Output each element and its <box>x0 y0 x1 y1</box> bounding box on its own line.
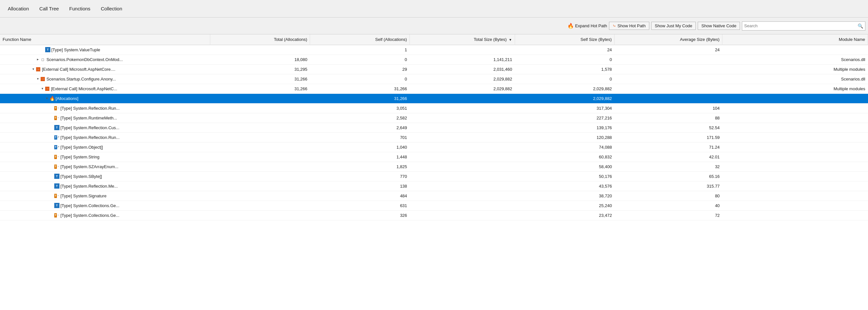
search-input[interactable] <box>742 22 856 30</box>
col-header-fn[interactable]: Function Name <box>0 34 210 45</box>
col-header-module[interactable]: Module Name <box>722 34 868 45</box>
table-row[interactable]: T→ [Type] System.SZArrayEnum... 1,82558,… <box>0 162 868 171</box>
module-cell: Scenarios.dll <box>722 74 868 84</box>
col-header-total-alloc[interactable]: Total (Allocations) <box>210 34 310 45</box>
show-native-code-button[interactable]: Show Native Code <box>698 22 740 30</box>
self-size-cell: 25,240 <box>515 201 615 210</box>
expand-hot-path-label: Expand Hot Path <box>575 23 607 28</box>
search-icon[interactable]: 🔍 <box>856 23 865 29</box>
total-alloc-cell <box>210 123 310 132</box>
toolbar: 🔥 Expand Hot Path ⤷ Show Hot Path Show J… <box>0 18 868 34</box>
total-size-cell <box>410 171 515 181</box>
total-alloc-cell <box>210 162 310 171</box>
table-row[interactable]: ▼ → [External Call] Microsoft.AspNetCore… <box>0 64 868 74</box>
collapse-icon[interactable]: ▼ <box>36 77 39 80</box>
module-cell <box>722 171 868 181</box>
tab-allocation[interactable]: Allocation <box>3 4 34 13</box>
table-row[interactable]: T→ [Type] System.Reflection.Run... 3,051… <box>0 103 868 113</box>
table-row[interactable]: T [Type] System.Reflection.Cus... 2,6491… <box>0 123 868 132</box>
self-size-cell: 227,216 <box>515 113 615 123</box>
self-size-cell: 23,472 <box>515 210 615 220</box>
tab-collection[interactable]: Collection <box>96 4 127 13</box>
data-table: Function Name Total (Allocations) Self (… <box>0 34 868 220</box>
self-alloc-cell: 31,266 <box>310 94 410 103</box>
table-row[interactable]: T→ [Type] System.Collections.Ge... 32623… <box>0 210 868 220</box>
avg-size-cell <box>615 74 722 84</box>
total-size-cell <box>410 103 515 113</box>
total-alloc-cell <box>210 201 310 210</box>
table-row[interactable]: T [Type] System.Collections.Ge... 63125,… <box>0 201 868 210</box>
collapse-icon[interactable]: ▼ <box>32 68 35 71</box>
self-size-cell: 139,176 <box>515 123 615 132</box>
external-icon: → <box>45 86 50 91</box>
self-alloc-cell: 1,825 <box>310 162 410 171</box>
flame-icon: 🔥 <box>567 23 574 29</box>
table-row[interactable]: ▼ → Scenarios.Startup.Configure.Anony...… <box>0 74 868 84</box>
search-box[interactable]: 🔍 <box>742 22 865 31</box>
module-cell <box>722 162 868 171</box>
function-name: [Type] System.Reflection.Run... <box>60 135 120 140</box>
total-size-cell: 2,031,460 <box>410 64 515 74</box>
self-alloc-cell: 0 <box>310 74 410 84</box>
col-header-self-alloc[interactable]: Self (Allocations) <box>310 34 410 45</box>
expand-icon[interactable]: ► <box>36 58 39 61</box>
module-cell <box>722 152 868 162</box>
table-row[interactable]: T [Type] System.Reflection.Me... 13843,5… <box>0 181 868 191</box>
function-name: [Type] System.Reflection.Cus... <box>60 125 119 130</box>
type-orange-icon: T→ <box>54 105 59 111</box>
type-orange-icon: T→ <box>54 213 59 218</box>
total-size-cell <box>410 162 515 171</box>
hot-path-arrow-icon: ⤷ <box>613 23 616 28</box>
table-row[interactable]: T→ [Type] System.String 1,44860,83242.01 <box>0 152 868 162</box>
show-native-code-label: Show Native Code <box>701 23 736 28</box>
show-just-my-code-label: Show Just My Code <box>655 23 692 28</box>
module-cell: Multiple modules <box>722 84 868 94</box>
table-row[interactable]: T↗ [Type] System.Object[] 1,04074,08871.… <box>0 142 868 152</box>
show-just-my-code-button[interactable]: Show Just My Code <box>651 22 696 30</box>
total-size-cell <box>410 94 515 103</box>
type-icon: T <box>54 125 59 130</box>
type-orange-icon: T→ <box>54 115 59 120</box>
external-icon: → <box>40 76 45 81</box>
module-cell <box>722 210 868 220</box>
self-alloc-cell: 326 <box>310 210 410 220</box>
type-orange-icon: T→ <box>54 164 59 169</box>
table-header-row: Function Name Total (Allocations) Self (… <box>0 34 868 45</box>
col-header-avg-size[interactable]: Average Size (Bytes) <box>615 34 722 45</box>
function-name: [External Call] Microsoft.AspNetC... <box>51 87 117 91</box>
self-alloc-cell: 2,582 <box>310 113 410 123</box>
self-alloc-cell: 29 <box>310 64 410 74</box>
table-row[interactable]: ▼ → [External Call] Microsoft.AspNetC...… <box>0 84 868 94</box>
table-row[interactable]: T→ [Type] System.Signature 48438,72080 <box>0 191 868 201</box>
avg-size-cell: 88 <box>615 113 722 123</box>
table-row[interactable]: T↗ [Type] System.Reflection.Run... 70112… <box>0 132 868 142</box>
avg-size-cell: 32 <box>615 162 722 171</box>
table-row[interactable]: ► ◻ Scenarios.PokemonDbContext.OnMod... … <box>0 55 868 64</box>
total-alloc-cell <box>210 181 310 191</box>
show-hot-path-button[interactable]: ⤷ Show Hot Path <box>609 22 649 30</box>
module-cell: Scenarios.dll <box>722 55 868 64</box>
total-alloc-cell <box>210 103 310 113</box>
self-size-cell: 120,288 <box>515 132 615 142</box>
table-row[interactable]: ▼ 🔥 [Allocations] 31,2662,029,882 <box>0 94 868 103</box>
collapse-icon[interactable]: ▼ <box>45 97 49 100</box>
module-cell: Multiple modules <box>722 64 868 74</box>
function-name: [Type] System.Object[] <box>60 145 103 150</box>
self-size-cell: 60,832 <box>515 152 615 162</box>
tab-functions[interactable]: Functions <box>64 4 96 13</box>
table-row[interactable]: T [Type] System.ValueTuple 12424 <box>0 45 868 55</box>
self-size-cell: 2,029,882 <box>515 84 615 94</box>
function-name: [Type] System.Reflection.Run... <box>60 106 120 111</box>
type-orange-icon: T→ <box>54 154 59 160</box>
collapse-icon[interactable]: ▼ <box>41 87 44 90</box>
col-header-self-size[interactable]: Self Size (Bytes) <box>515 34 615 45</box>
table-row[interactable]: T [Type] System.SByte[] 77050,17665.16 <box>0 171 868 181</box>
table-container[interactable]: Function Name Total (Allocations) Self (… <box>0 34 868 310</box>
col-header-total-size[interactable]: Total Size (Bytes) ▼ <box>410 34 515 45</box>
self-size-cell: 74,088 <box>515 142 615 152</box>
tab-call-tree[interactable]: Call Tree <box>34 4 64 13</box>
self-size-cell: 43,576 <box>515 181 615 191</box>
module-cell <box>722 113 868 123</box>
table-row[interactable]: T→ [Type] System.RuntimeMeth... 2,582227… <box>0 113 868 123</box>
total-alloc-cell <box>210 142 310 152</box>
